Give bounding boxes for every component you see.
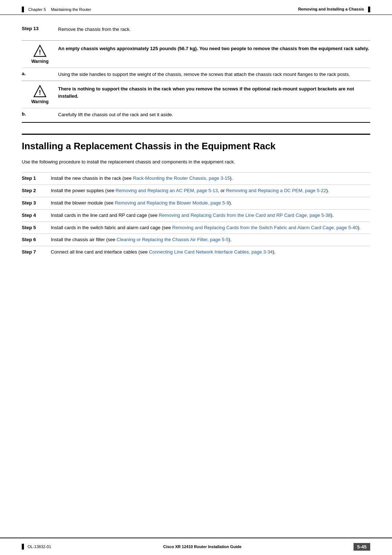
install-step-1-desc: Install the new chassis in the rack (see… bbox=[51, 175, 370, 182]
install-step-3-desc: Install the blower module (see Removing … bbox=[51, 199, 370, 207]
step2-after: ). bbox=[326, 188, 329, 193]
svg-text:!: ! bbox=[39, 89, 41, 96]
install-step-5-desc: Install cards in the switch fabric and a… bbox=[51, 224, 370, 232]
warning-1-text: An empty chassis weighs approximately 12… bbox=[58, 44, 370, 52]
header-bar-left bbox=[22, 7, 24, 12]
install-step-4-desc: Install cards in the line card and RP ca… bbox=[51, 212, 370, 219]
warning-2-label: Warning bbox=[31, 99, 49, 104]
step2-plain: Install the power supplies (see bbox=[51, 188, 115, 193]
install-step-1: Step 1 Install the new chassis in the ra… bbox=[22, 172, 370, 185]
step4-plain: Install cards in the line card and RP ca… bbox=[51, 212, 159, 218]
install-step-7-num: Step 7 bbox=[22, 248, 51, 256]
step2-link2[interactable]: Removing and Replacing a DC PEM, page 5-… bbox=[226, 188, 326, 193]
step1-plain: Install the new chassis in the rack (see bbox=[51, 175, 133, 181]
step2-link1[interactable]: Removing and Replacing an AC PEM, page 5… bbox=[115, 188, 218, 193]
sub-step-b-content: Carefully lift the chassis out of the ra… bbox=[58, 111, 370, 118]
page: Chapter 5 Maintaining the Router Removin… bbox=[0, 0, 392, 555]
install-step-2-desc: Install the power supplies (see Removing… bbox=[51, 187, 370, 195]
install-step-2: Step 2 Install the power supplies (see R… bbox=[22, 185, 370, 197]
warning-1-block: ! Warning An empty chassis weighs approx… bbox=[22, 44, 370, 68]
step6-link1[interactable]: Cleaning or Replacing the Chassis Air Fi… bbox=[117, 237, 229, 242]
step3-after: ). bbox=[229, 200, 232, 206]
chapter-title: Maintaining the Router bbox=[51, 7, 91, 12]
install-step-6-desc: Install the chassis air filter (see Clea… bbox=[51, 236, 370, 244]
footer-center: Cisco XR 12410 Router Installation Guide bbox=[163, 544, 242, 549]
warning-1-label: Warning bbox=[31, 59, 49, 64]
divider-1 bbox=[22, 40, 370, 41]
install-step-4-num: Step 4 bbox=[22, 212, 51, 219]
step6-plain: Install the chassis air filter (see bbox=[51, 237, 117, 242]
footer-page-number: 5-45 bbox=[354, 543, 370, 551]
step4-after: ). bbox=[331, 212, 334, 218]
footer-bar-left bbox=[22, 544, 24, 550]
install-step-4: Step 4 Install cards in the line card an… bbox=[22, 209, 370, 222]
sub-step-a-row: a. Using the side handles to support the… bbox=[22, 71, 370, 78]
install-step-7-desc: Connect all line card and interface cabl… bbox=[51, 248, 370, 256]
warning-1-icon-col: ! Warning bbox=[22, 44, 58, 64]
footer-right: 5-45 bbox=[354, 543, 370, 551]
chapter-label: Chapter 5 bbox=[28, 7, 46, 12]
install-step-3-num: Step 3 bbox=[22, 199, 51, 207]
step3-plain: Install the blower module (see bbox=[51, 200, 115, 206]
sub-step-b-row: b. Carefully lift the chassis out of the… bbox=[22, 111, 370, 118]
install-step-2-num: Step 2 bbox=[22, 187, 51, 195]
step7-plain: Connect all line card and interface cabl… bbox=[51, 249, 149, 255]
step7-after: ). bbox=[273, 249, 275, 255]
step-13-label: Step 13 bbox=[22, 26, 58, 33]
section-intro: Use the following procedure to install t… bbox=[22, 158, 370, 166]
divider-2 bbox=[22, 81, 370, 81]
step1-link1[interactable]: Rack-Mounting the Router Chassis, page 3… bbox=[133, 175, 230, 181]
warning-triangle-icon-2: ! bbox=[33, 85, 46, 98]
footer-left: OL-13832-01 bbox=[22, 544, 51, 550]
page-footer: OL-13832-01 Cisco XR 12410 Router Instal… bbox=[0, 538, 392, 555]
header-right: Removing and Installing a Chassis bbox=[298, 7, 370, 12]
install-step-7: Step 7 Connect all line card and interfa… bbox=[22, 246, 370, 258]
install-step-5-num: Step 5 bbox=[22, 224, 51, 232]
step5-link1[interactable]: Removing and Replacing Cards from the Sw… bbox=[172, 225, 358, 230]
section-heading: Installing a Replacement Chassis in the … bbox=[22, 134, 370, 152]
step-13-content: Remove the chassis from the rack. bbox=[58, 26, 370, 33]
step6-after: ). bbox=[229, 237, 232, 242]
step1-after: ). bbox=[230, 175, 233, 181]
warning-triangle-icon-1: ! bbox=[33, 44, 46, 57]
main-content: Step 13 Remove the chassis from the rack… bbox=[0, 15, 392, 280]
header-bar-right bbox=[368, 7, 370, 12]
step-13-row: Step 13 Remove the chassis from the rack… bbox=[22, 26, 370, 37]
svg-text:!: ! bbox=[39, 48, 41, 56]
step2-mid: , or bbox=[218, 188, 226, 193]
warning-2-icon-col: ! Warning bbox=[22, 84, 58, 104]
install-step-1-num: Step 1 bbox=[22, 175, 51, 182]
step7-link1[interactable]: Connecting Line Card Network Interface C… bbox=[149, 249, 273, 255]
warning-2-text-bold: There is nothing to support the chassis … bbox=[58, 86, 354, 99]
section-title-header: Removing and Installing a Chassis bbox=[298, 7, 364, 11]
header-left: Chapter 5 Maintaining the Router bbox=[22, 7, 91, 12]
install-step-6-num: Step 6 bbox=[22, 236, 51, 244]
install-step-3: Step 3 Install the blower module (see Re… bbox=[22, 197, 370, 209]
install-step-5: Step 5 Install cards in the switch fabri… bbox=[22, 222, 370, 234]
sub-step-b-label: b. bbox=[22, 111, 58, 118]
warning-2-text: There is nothing to support the chassis … bbox=[58, 84, 370, 100]
step5-after: ). bbox=[358, 225, 360, 230]
section-divider bbox=[22, 122, 370, 123]
footer-doc-id: OL-13832-01 bbox=[28, 544, 51, 549]
steps-list: Step 1 Install the new chassis in the ra… bbox=[22, 172, 370, 258]
install-step-6: Step 6 Install the chassis air filter (s… bbox=[22, 234, 370, 246]
page-header: Chapter 5 Maintaining the Router Removin… bbox=[0, 0, 392, 15]
step4-link1[interactable]: Removing and Replacing Cards from the Li… bbox=[159, 212, 331, 218]
sub-step-a-content: Using the side handles to support the we… bbox=[58, 71, 370, 78]
warning-1-text-bold: An empty chassis weighs approximately 12… bbox=[58, 46, 369, 51]
sub-step-a-label: a. bbox=[22, 71, 58, 78]
step3-link1[interactable]: Removing and Replacing the Blower Module… bbox=[115, 200, 229, 206]
step5-plain: Install cards in the switch fabric and a… bbox=[51, 225, 172, 230]
warning-2-block: ! Warning There is nothing to support th… bbox=[22, 84, 370, 108]
